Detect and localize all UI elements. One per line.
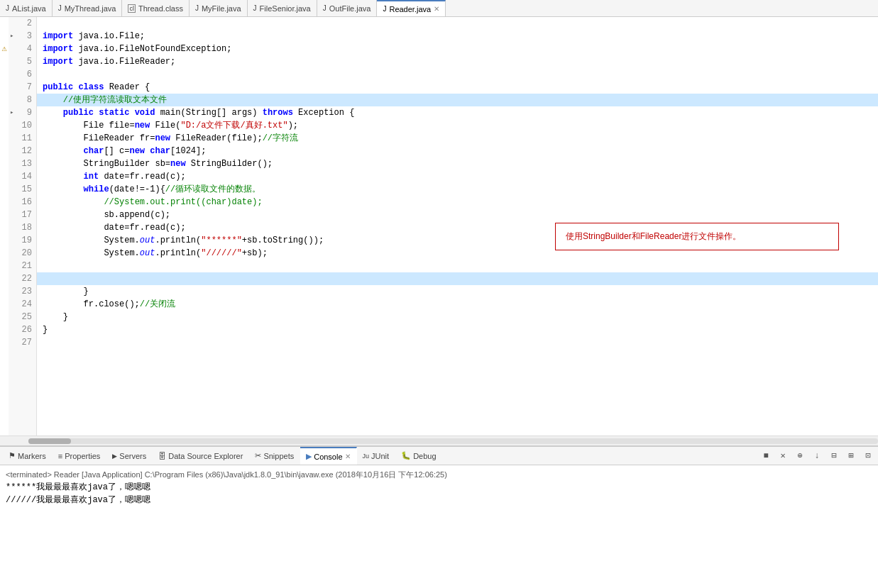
tab-markers[interactable]: ⚑ Markers (3, 447, 53, 465)
debug-icon: 🐛 (401, 451, 411, 460)
tab-outfile[interactable]: J OutFile.java (317, 0, 378, 16)
tab-junit[interactable]: Ju JUnit (357, 447, 396, 465)
tab-console[interactable]: ▶ Console ✕ (300, 447, 356, 465)
code-line: StringBuilder sb=new StringBuilder(); (37, 157, 878, 170)
annotation-box: 使用StringBuilder和FileReader进行文件操作。 (555, 223, 839, 250)
warning-icon: ⚠ (0, 43, 9, 55)
editor-area: ⚠ 2 3 4 5 6 7 8 9 10 11 12 (0, 17, 878, 436)
code-line: } (37, 323, 878, 336)
code-line: import java.io.File; (37, 30, 878, 43)
stop-button[interactable]: ■ (759, 449, 773, 463)
java-icon: J (195, 4, 199, 12)
tab-properties[interactable]: ≡ Properties (53, 447, 107, 465)
code-line: public class Reader { (37, 81, 878, 94)
code-line: FileReader fr=new FileReader(file);//字符流 (37, 132, 878, 145)
java-icon: J (383, 5, 386, 13)
bottom-tab-bar: ⚑ Markers ≡ Properties ▶ Servers 🗄 Data … (0, 447, 878, 465)
console-output-line-1: ******我最最最喜欢java了，嗯嗯嗯 (6, 481, 872, 494)
code-line: import java.io.FileNotFoundException; (37, 43, 878, 55)
tab-filesenior[interactable]: J FileSenior.java (248, 0, 317, 16)
tab-thread-class[interactable]: cl Thread.class (122, 0, 189, 16)
console-output: <terminated> Reader [Java Application] C… (0, 465, 878, 588)
code-line: int date=fr.read(c); (37, 170, 878, 183)
scroll-lock-button[interactable]: ↓ (810, 449, 824, 463)
code-line: while(date!=-1){//循环读取文件的数据。 (37, 183, 878, 196)
console-toolbar: ■ ✕ ⊕ ↓ ⊟ ⊞ ⊡ (759, 449, 875, 463)
code-line: //System.out.print((char)date); (37, 196, 878, 209)
console-output-line-2: //////我最最最喜欢java了，嗯嗯嗯 (6, 494, 872, 506)
code-line: import java.io.FileReader; (37, 55, 878, 68)
tab-snippets[interactable]: ✂ Snippets (249, 447, 300, 465)
code-editor[interactable]: import java.io.File; import java.io.File… (37, 17, 878, 436)
bottom-panel: ⚑ Markers ≡ Properties ▶ Servers 🗄 Data … (0, 445, 878, 588)
code-line: public static void main(String[] args) t… (37, 106, 878, 119)
servers-icon: ▶ (112, 453, 117, 460)
class-icon: cl (128, 4, 136, 13)
junit-icon: Ju (363, 453, 370, 460)
code-line: sb.append(c); (37, 209, 878, 221)
tab-myfile[interactable]: J MyFile.java (190, 0, 248, 16)
tab-mythread[interactable]: J MyThread.java (53, 0, 123, 16)
pin-button[interactable]: ⊕ (793, 449, 807, 463)
code-line: } (37, 285, 878, 298)
tab-reader[interactable]: J Reader.java ✕ (377, 0, 446, 16)
code-line (37, 336, 878, 349)
tab-alist[interactable]: J AList.java (0, 0, 53, 16)
java-icon: J (253, 4, 257, 12)
database-icon: 🗄 (158, 452, 166, 460)
code-line: File file=new File("D:/a文件下载/真好.txt"); (37, 119, 878, 132)
java-icon: J (6, 4, 9, 12)
markers-icon: ⚑ (9, 451, 16, 460)
code-line (37, 272, 878, 285)
properties-icon: ≡ (58, 452, 62, 460)
code-line (37, 17, 878, 30)
tab-debug[interactable]: 🐛 Debug (395, 447, 442, 465)
editor-tab-bar: J AList.java J MyThread.java cl Thread.c… (0, 0, 878, 17)
code-line (37, 68, 878, 81)
tab-servers[interactable]: ▶ Servers (106, 447, 153, 465)
snippets-icon: ✂ (255, 451, 261, 460)
code-line: } (37, 311, 878, 323)
code-line (37, 260, 878, 272)
open-console-button[interactable]: ⊞ (844, 449, 858, 463)
code-line: fr.close();//关闭流 (37, 298, 878, 311)
new-console-button[interactable]: ⊡ (861, 449, 875, 463)
scrollbar-thumb[interactable] (28, 438, 71, 444)
left-margin: ⚠ (0, 17, 9, 436)
code-line: char[] c=new char[1024]; (37, 145, 878, 157)
code-line: //使用字符流读取文本文件 (37, 94, 878, 106)
tab-data-source-explorer[interactable]: 🗄 Data Source Explorer (153, 447, 249, 465)
java-icon: J (58, 4, 62, 12)
tab-close-icon[interactable]: ✕ (434, 5, 439, 13)
terminated-line: <terminated> Reader [Java Application] C… (6, 468, 872, 481)
console-icon: ▶ (306, 452, 312, 461)
word-wrap-button[interactable]: ⊟ (827, 449, 841, 463)
horizontal-scrollbar[interactable] (0, 436, 878, 445)
close-console-button[interactable]: ✕ (776, 449, 790, 463)
java-icon: J (323, 4, 326, 12)
line-numbers: 2 3 4 5 6 7 8 9 10 11 12 13 14 15 16 17 … (9, 17, 37, 436)
scrollbar-track[interactable] (28, 438, 878, 444)
